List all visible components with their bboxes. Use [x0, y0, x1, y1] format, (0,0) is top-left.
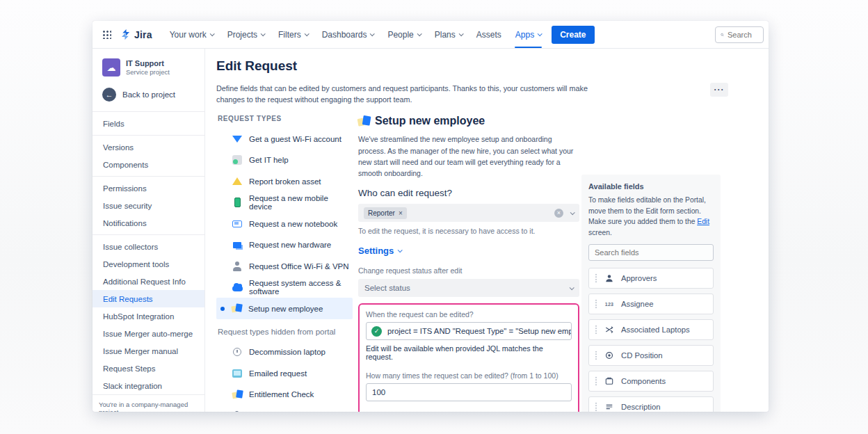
request-types-heading: REQUEST TYPES — [216, 115, 353, 122]
request-type-office-wifi-vpn[interactable]: Request Office Wi-Fi & VPN — [216, 255, 353, 277]
project-type: Service project — [126, 68, 170, 76]
request-type-system-access[interactable]: Request system access & software — [216, 277, 353, 298]
sidebar-item-edit-requests[interactable]: Edit Requests — [93, 290, 204, 307]
project-type-footer: You're in a company-managed project — [93, 394, 204, 412]
remove-tag-icon[interactable]: × — [399, 209, 403, 217]
who-can-edit-select[interactable]: Reporter × × — [358, 204, 579, 222]
nav-filters[interactable]: Filters — [272, 21, 314, 48]
clock-icon — [233, 348, 241, 356]
select-status-dropdown[interactable]: Select status — [358, 279, 579, 297]
jql-label: When the request can be edited? — [366, 310, 572, 319]
sidebar-item-components[interactable]: Components — [93, 156, 204, 173]
valid-check-icon: ✓ — [371, 326, 382, 337]
available-fields-panel: Available fields To make fields editable… — [581, 175, 721, 412]
request-type-emailed-request[interactable]: Emailed request — [216, 362, 353, 384]
available-field-assignee[interactable]: 123 Assignee — [588, 294, 714, 314]
request-type-entitlement-check[interactable]: Entitlement Check — [216, 384, 353, 405]
request-type-new-hardware[interactable]: Request new hardware — [216, 234, 353, 256]
edit-screen-link[interactable]: Edit — [697, 218, 709, 225]
email-icon — [232, 369, 242, 378]
available-field-associated-laptops[interactable]: Associated Laptops — [588, 319, 714, 340]
monitor-icon — [233, 242, 241, 248]
request-type-new-mobile-device[interactable]: Request a new mobile device — [216, 192, 353, 214]
project-avatar: ☁ — [102, 58, 120, 77]
page-description: Define fields that can be edited by cust… — [216, 83, 592, 105]
available-field-cd-position[interactable]: CD Position — [588, 345, 714, 366]
warning-icon — [232, 177, 242, 185]
request-type-description: We've streamlined the new employee setup… — [358, 134, 579, 179]
nav-people[interactable]: People — [381, 21, 426, 48]
page-title: Edit Request — [216, 58, 769, 74]
sidebar-item-issue-merger-manual[interactable]: Issue Merger manual — [93, 342, 204, 360]
who-can-edit-heading: Who can edit request? — [358, 188, 579, 198]
request-type-setup-new-employee[interactable]: Setup new employee — [216, 298, 353, 319]
chevron-down-icon — [304, 31, 309, 36]
clear-select-icon[interactable]: × — [554, 209, 563, 218]
jira-app-window: Jira Your work Projects Filters Dashboar… — [93, 21, 769, 412]
badge-icon — [232, 390, 243, 399]
chevron-down-icon — [458, 31, 463, 36]
drag-handle-icon[interactable] — [595, 299, 597, 309]
available-fields-description: To make fields editable on the Portal, m… — [588, 195, 714, 238]
person-icon — [605, 274, 613, 282]
request-type-fix-account-problem[interactable]: Fix an account problem — [216, 405, 353, 412]
more-actions-button[interactable]: ··· — [710, 83, 728, 97]
reporter-tag[interactable]: Reporter × — [364, 207, 407, 219]
status-change-label: Change request status after edit — [358, 266, 579, 275]
sidebar-item-versions[interactable]: Versions — [93, 138, 204, 156]
app-switcher-icon[interactable] — [102, 30, 111, 39]
drag-handle-icon[interactable] — [595, 325, 597, 335]
drag-handle-icon[interactable] — [595, 351, 597, 360]
selected-indicator-dot — [220, 307, 225, 311]
chevron-down-icon — [209, 31, 214, 36]
chevron-down-icon[interactable] — [570, 210, 575, 215]
request-type-decommission-laptop[interactable]: Decommission laptop — [216, 341, 353, 363]
nav-dashboards[interactable]: Dashboards — [316, 21, 380, 48]
sidebar-item-issue-security[interactable]: Issue security — [93, 197, 204, 214]
drag-handle-icon[interactable] — [595, 273, 597, 283]
sidebar-item-hubspot-integration[interactable]: HubSpot Integration — [93, 307, 204, 325]
global-search[interactable] — [715, 26, 764, 43]
request-type-report-broken-asset[interactable]: Report broken asset — [216, 170, 353, 192]
request-type-new-notebook[interactable]: Request a new notebook — [216, 213, 353, 234]
nav-assets[interactable]: Assets — [470, 21, 508, 48]
sidebar-item-issue-merger-auto-merge[interactable]: Issue Merger auto-merge — [93, 325, 204, 342]
sidebar-item-slack-integration[interactable]: Slack integration — [93, 377, 204, 394]
search-fields-input[interactable] — [588, 244, 714, 261]
search-input[interactable] — [728, 31, 758, 39]
nav-plans[interactable]: Plans — [428, 21, 469, 48]
jira-logo[interactable]: Jira — [120, 29, 152, 40]
edit-times-input[interactable] — [366, 383, 572, 401]
available-field-description[interactable]: Description — [588, 396, 714, 412]
drag-handle-icon[interactable] — [595, 376, 597, 386]
jql-input[interactable]: ✓ project = ITS AND "Request Type" = "Se… — [366, 322, 572, 340]
sidebar-item-permissions[interactable]: Permissions — [93, 179, 204, 197]
available-field-approvers[interactable]: Approvers — [588, 268, 714, 289]
sidebar-item-fields[interactable]: Fields — [93, 115, 204, 132]
cloud-icon: ☁ — [107, 63, 116, 73]
project-header[interactable]: ☁ IT Support Service project — [93, 49, 204, 82]
request-type-guest-wifi[interactable]: Get a guest Wi-Fi account — [216, 128, 353, 150]
sidebar-item-development-tools[interactable]: Development tools — [93, 255, 204, 273]
drag-handle-icon[interactable] — [595, 402, 597, 412]
who-can-edit-help: To edit the request, it is necessary to … — [358, 227, 579, 235]
sidebar-item-issue-collectors[interactable]: Issue collectors — [93, 238, 204, 255]
available-field-components[interactable]: Components — [588, 371, 714, 392]
divider — [93, 176, 204, 177]
request-type-get-it-help[interactable]: Get IT help — [216, 150, 353, 171]
nav-apps[interactable]: Apps — [509, 21, 547, 48]
nav-your-work[interactable]: Your work — [163, 21, 220, 48]
back-to-project-link[interactable]: ← Back to project — [93, 82, 204, 108]
sidebar-item-additional-request-info[interactable]: Additional Request Info — [93, 273, 204, 290]
account-problem-icon — [233, 411, 242, 412]
main-content: Edit Request Define fields that can be e… — [205, 49, 769, 412]
chevron-down-icon — [398, 248, 403, 253]
it-help-icon — [232, 155, 242, 165]
available-fields-heading: Available fields — [588, 182, 714, 191]
nav-projects[interactable]: Projects — [221, 21, 271, 48]
sidebar-item-notifications[interactable]: Notifications — [93, 214, 204, 232]
settings-toggle[interactable]: Settings — [358, 246, 579, 256]
create-button[interactable]: Create — [552, 26, 594, 44]
desktop-background: Jira Your work Projects Filters Dashboar… — [0, 0, 868, 434]
sidebar-item-request-steps[interactable]: Request Steps — [93, 360, 204, 377]
